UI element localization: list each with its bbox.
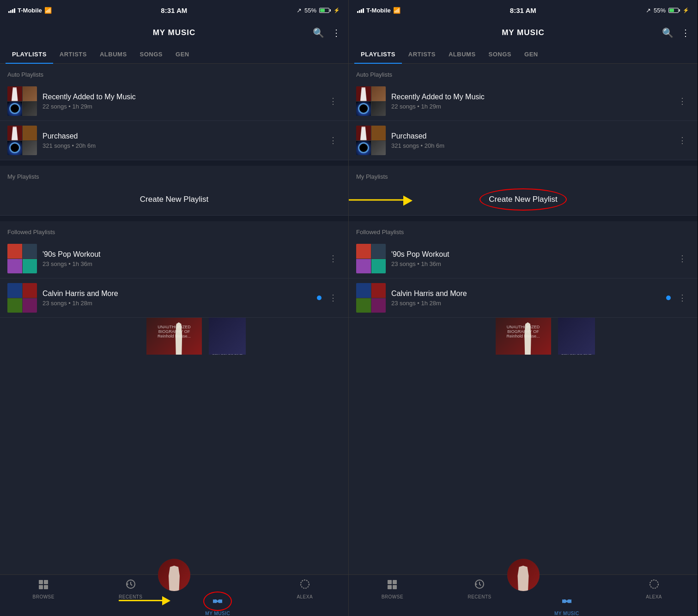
tab-albums-right[interactable]: ALBUMS [442,45,482,63]
more-options-recently-added-left[interactable]: ⋮ [325,94,341,108]
status-right: ↗ 55% ⚡ [297,7,340,14]
browse-icon-right [387,579,398,592]
playlist-name-purchased-right: Purchased [391,132,669,140]
annotation-arrow-left [119,600,165,601]
nav-browse-right[interactable]: BROWSE [349,579,436,599]
section-followed-playlists-right: Followed Playlists [349,221,698,239]
playlist-name-purchased-left: Purchased [42,132,320,140]
browse-icon [38,579,49,592]
create-playlist-button-left[interactable]: Create New Playlist [0,184,348,216]
carrier-name: T-Mobile [18,7,42,14]
battery-percent-right: 55% [654,7,666,14]
list-item-purchased-left[interactable]: Purchased 321 songs • 20h 6m ⋮ [0,121,348,160]
album-art-recently-added-left [7,86,37,116]
more-options-icon-right[interactable]: ⋮ [681,27,690,38]
nav-alexa-left[interactable]: ALEXA [261,579,349,599]
status-right-right: ↗ 55% ⚡ [646,7,689,14]
svg-point-12 [301,580,309,588]
playlist-info-calvin-left: Calvin Harris and More 23 songs • 1h 28m [37,290,317,307]
nav-browse-left[interactable]: BROWSE [0,579,87,599]
search-icon[interactable]: 🔍 [313,27,324,38]
svg-rect-11 [213,601,222,602]
list-item-recently-added-right[interactable]: Recently Added to My Music 22 songs • 1h… [349,82,698,121]
nav-alexa-right[interactable]: ALEXA [610,579,698,599]
list-item-calvin-harris-right[interactable]: Calvin Harris and More 23 songs • 1h 28m… [349,278,698,318]
tab-artists-right[interactable]: ARTISTS [402,45,442,63]
now-playing-art-left [158,559,190,591]
more-options-purchased-left[interactable]: ⋮ [325,133,341,147]
content-left: Auto Playlists Recently Added to My Musi… [0,64,348,574]
tabs-right: PLAYLISTS ARTISTS ALBUMS SONGS GEN [349,45,698,64]
album-art-90s-right [356,244,386,273]
recents-icon-right [474,579,485,592]
bottom-nav-right: BROWSE RECENTS [349,574,698,616]
header-icons-left: 🔍 ⋮ [313,27,341,38]
tab-songs-left[interactable]: SONGS [134,45,169,63]
svg-rect-0 [39,580,43,584]
playlist-name-recently-added-right: Recently Added to My Music [391,93,669,101]
alexa-label: ALEXA [297,594,313,599]
mymusic-icon [212,596,224,609]
album-art-calvin-left [7,283,37,313]
location-icon-right: ↗ [646,7,651,14]
mymusic-icon-right [561,596,573,609]
tab-artists-left[interactable]: ARTISTS [53,45,93,63]
search-icon-right[interactable]: 🔍 [662,27,674,38]
wifi-icon-right: 📶 [393,7,401,14]
more-options-90s-right[interactable]: ⋮ [674,252,690,266]
status-left-right: T-Mobile 📶 [357,7,401,14]
new-indicator-calvin-right [666,296,671,300]
separator-2-right [349,216,698,221]
mymusic-label: MY MUSIC [205,611,230,616]
playlist-info-calvin-right: Calvin Harris and More 23 songs • 1h 28m [386,290,666,307]
now-playing-art-right [507,559,540,591]
playlist-meta-recently-added-left: 22 songs • 1h 29m [42,103,320,110]
more-options-purchased-right[interactable]: ⋮ [674,133,690,147]
svg-rect-14 [393,580,397,584]
more-options-calvin-right[interactable]: ⋮ [674,291,690,305]
list-item-purchased-right[interactable]: Purchased 321 songs • 20h 6m ⋮ [349,121,698,160]
create-playlist-label-right: Create New Playlist [489,195,557,204]
more-options-90s-left[interactable]: ⋮ [325,252,341,266]
alexa-icon-right [649,579,660,592]
header-icons-right: 🔍 ⋮ [662,27,690,38]
time-display-right: 8:31 AM [510,6,536,14]
tab-playlists-right[interactable]: PLAYLISTS [354,45,402,63]
list-item-recently-added-left[interactable]: Recently Added to My Music 22 songs • 1h… [0,82,348,121]
nav-mymusic-right[interactable]: MY MUSIC [523,596,611,616]
playlist-meta-recently-added-right: 22 songs • 1h 29m [391,103,669,110]
list-item-calvin-harris-left[interactable]: Calvin Harris and More 23 songs • 1h 28m… [0,278,348,318]
album-art-recently-added-right [356,86,386,116]
tab-genre-left[interactable]: GEN [169,45,196,63]
section-followed-playlists-left: Followed Playlists [0,221,348,239]
tab-genre-right[interactable]: GEN [518,45,545,63]
playlist-meta-calvin-left: 23 songs • 1h 28m [42,300,311,307]
list-item-90s-pop-right[interactable]: '90s Pop Workout 23 songs • 1h 36m ⋮ [349,239,698,278]
more-options-icon[interactable]: ⋮ [332,27,341,38]
section-my-playlists-right: My Playlists [349,166,698,184]
section-my-playlists-left: My Playlists [0,166,348,184]
right-panel: T-Mobile 📶 8:31 AM ↗ 55% ⚡ MY MUSIC 🔍 ⋮ … [349,0,698,616]
signal-icon [8,7,15,13]
tab-songs-right[interactable]: SONGS [482,45,518,63]
bottom-art-right: UNAUTHORIZED BIOGRAPHY OFReinhold Messe.… [349,318,698,355]
app-header-left: MY MUSIC 🔍 ⋮ [0,20,348,45]
nav-mymusic-left[interactable]: MY MUSIC [174,596,261,616]
recents-label-right: RECENTS [467,594,491,599]
alexa-label-right: ALEXA [646,594,662,599]
list-item-90s-pop-left[interactable]: '90s Pop Workout 23 songs • 1h 36m ⋮ [0,239,348,278]
content-right: Auto Playlists Recently Added to My Musi… [349,64,698,574]
status-bar-left: T-Mobile 📶 8:31 AM ↗ 55% ⚡ [0,0,348,20]
tab-albums-left[interactable]: ALBUMS [93,45,134,63]
charging-icon: ⚡ [334,7,340,13]
more-options-recently-added-right[interactable]: ⋮ [674,94,690,108]
playlist-meta-calvin-right: 23 songs • 1h 28m [391,300,661,307]
album-art-purchased-left [7,126,37,155]
more-options-calvin-left[interactable]: ⋮ [325,291,341,305]
annotation-arrow-right [349,199,407,200]
tab-playlists-left[interactable]: PLAYLISTS [6,45,53,63]
playlist-meta-90s-right: 23 songs • 1h 36m [391,260,669,267]
svg-rect-15 [388,585,392,589]
app-title-left: MY MUSIC [153,28,196,37]
new-indicator-calvin-left [317,296,322,300]
